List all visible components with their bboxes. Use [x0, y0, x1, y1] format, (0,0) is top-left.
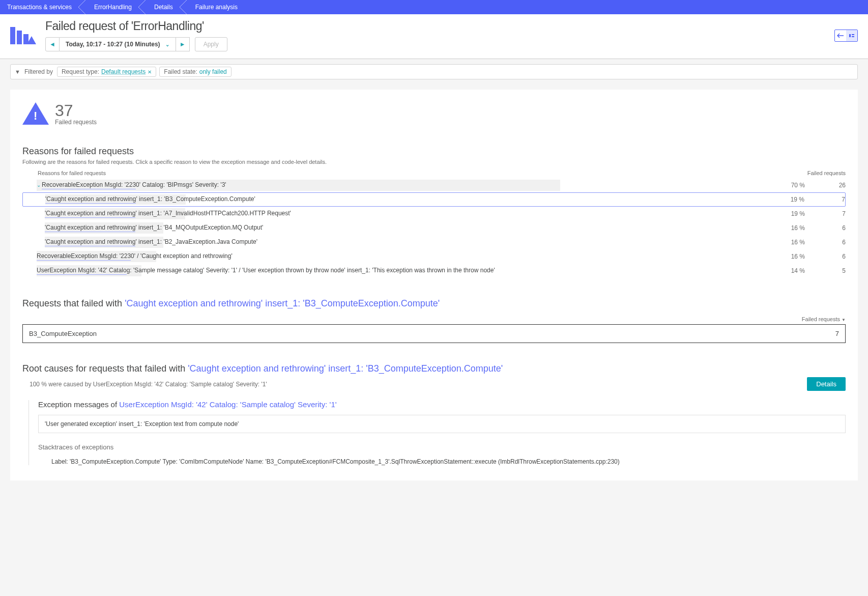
summary: 37 Failed requests [22, 102, 846, 126]
root-causes-em: 'Caught exception and rethrowing' insert… [188, 363, 503, 374]
close-icon[interactable]: ✕ [148, 69, 152, 75]
breadcrumb-item[interactable]: ErrorHandling [82, 0, 142, 14]
breadcrumb-item[interactable]: Transactions & services [0, 0, 82, 14]
reason-label: 'Caught exception and rethrowing' insert… [22, 238, 785, 246]
chip-label: Failed state: [164, 68, 197, 75]
root-causes-prefix: Root causes for requests that failed wit… [22, 363, 188, 374]
failed-with-col-header[interactable]: Failed requests ▼ [22, 316, 846, 322]
details-button[interactable]: Details [807, 377, 846, 391]
filter-label: Filtered by [24, 68, 53, 75]
reasons-heading: Reasons for failed requests [22, 146, 846, 157]
reason-count: 7 [820, 196, 845, 203]
exception-heading: Exception messages of UserException MsgI… [38, 400, 846, 409]
chevron-down-icon: ⌄ [37, 182, 41, 188]
reason-pct: 70 % [785, 182, 820, 189]
exception-message: 'User generated exception' insert_1: 'Ex… [38, 415, 846, 433]
failed-with-row[interactable]: B3_ComputeException 7 [22, 324, 846, 343]
failed-with-em: 'Caught exception and rethrowing' insert… [125, 298, 440, 308]
filter-chip[interactable]: Request type: Default requests✕ [57, 67, 156, 77]
exception-em: UserException MsgId: '42' Catalog: 'Samp… [119, 400, 336, 409]
reason-label: 'Caught exception and rethrowing' insert… [23, 195, 784, 204]
filter-bar: ▼ Filtered by Request type: Default requ… [10, 64, 858, 79]
reason-row[interactable]: 'Caught exception and rethrowing' insert… [22, 221, 846, 235]
root-causes-section: Root causes for requests that failed wit… [22, 363, 846, 465]
reason-label: ⌄RecoverableException MsgId: '2230' Cata… [22, 181, 785, 189]
reason-row[interactable]: 'Caught exception and rethrowing' insert… [22, 235, 846, 249]
failed-with-section: Requests that failed with 'Caught except… [22, 298, 846, 343]
timeframe-next-button[interactable]: ► [176, 37, 190, 51]
reasons-col-right: Failed requests [800, 170, 846, 176]
service-icon [10, 27, 36, 44]
chevron-down-icon: ⌄ [165, 42, 169, 47]
reasons-section: Reasons for failed requests Following ar… [22, 146, 846, 278]
reason-count: 7 [820, 210, 846, 217]
reason-pct: 19 % [784, 196, 820, 203]
failed-with-row-label: B3_ComputeException [29, 330, 97, 337]
reason-label: UserException MsgId: '42' Catalog: 'Samp… [22, 267, 785, 275]
page-title: Failed request of 'ErrorHandling' [45, 19, 227, 33]
reason-count: 6 [820, 253, 846, 260]
reason-row[interactable]: 'Caught exception and rethrowing' insert… [22, 192, 846, 207]
reason-label: 'Caught exception and rethrowing' insert… [22, 210, 785, 218]
reason-pct: 16 % [785, 253, 820, 260]
reason-count: 6 [820, 224, 846, 232]
sort-desc-icon: ▼ [842, 318, 846, 322]
breadcrumb-item[interactable]: Failure analysis [183, 0, 248, 14]
reason-pct: 19 % [785, 210, 820, 217]
failed-count-label: Failed requests [55, 119, 97, 126]
stacktrace-line: Label: 'B3_ComputeException.Compute' Typ… [38, 458, 846, 465]
filter-icon: ▼ [15, 69, 20, 75]
reasons-col-left: Reasons for failed requests [22, 170, 800, 176]
svg-rect-0 [849, 34, 851, 37]
reason-count: 6 [820, 239, 846, 246]
failed-with-row-count: 7 [835, 330, 839, 337]
chip-value: Default requests [101, 68, 146, 75]
breadcrumb: Transactions & servicesErrorHandlingDeta… [0, 0, 868, 14]
root-causes-line: 100 % were caused by UserException MsgId… [22, 381, 267, 388]
view-toggle-right[interactable] [846, 30, 857, 41]
page-header: Failed request of 'ErrorHandling' ◄ Toda… [0, 14, 868, 59]
root-causes-heading: Root causes for requests that failed wit… [22, 363, 846, 374]
reason-row[interactable]: 'Caught exception and rethrowing' insert… [22, 207, 846, 221]
reason-row[interactable]: ⌄RecoverableException MsgId: '2230' Cata… [22, 178, 846, 192]
filter-chip[interactable]: Failed state: only failed [159, 67, 231, 77]
view-toggle [834, 30, 858, 42]
reason-row[interactable]: RecoverableException MsgId: '2230' / 'Ca… [22, 249, 846, 264]
chip-label: Request type: [62, 68, 99, 75]
reason-count: 26 [820, 182, 846, 189]
reason-row[interactable]: UserException MsgId: '42' Catalog: 'Samp… [22, 264, 846, 278]
reason-label: 'Caught exception and rethrowing' insert… [22, 224, 785, 232]
timeframe-select[interactable]: Today, 10:17 - 10:27 (10 Minutes) ⌄ [60, 37, 176, 51]
reason-label: RecoverableException MsgId: '2230' / 'Ca… [22, 252, 785, 261]
timeframe-picker: ◄ Today, 10:17 - 10:27 (10 Minutes) ⌄ ► … [45, 37, 227, 51]
svg-rect-2 [852, 36, 854, 37]
exception-prefix: Exception messages of [38, 400, 119, 409]
warning-icon [22, 102, 49, 125]
svg-rect-1 [852, 34, 854, 35]
apply-button: Apply [195, 37, 227, 51]
failed-with-heading: Requests that failed with 'Caught except… [22, 298, 846, 309]
failed-count: 37 [55, 102, 97, 119]
timeframe-prev-button[interactable]: ◄ [45, 37, 60, 51]
timeframe-label: Today, 10:17 - 10:27 (10 Minutes) [66, 41, 160, 48]
exception-detail: Exception messages of UserException MsgI… [28, 400, 846, 465]
reasons-subheading: Following are the reasons for failed req… [22, 159, 846, 165]
reason-count: 5 [820, 267, 846, 274]
reason-pct: 16 % [785, 239, 820, 246]
reason-pct: 16 % [785, 224, 820, 232]
reason-pct: 14 % [785, 267, 820, 274]
chip-value: only failed [199, 68, 227, 75]
failed-with-prefix: Requests that failed with [22, 298, 125, 308]
breadcrumb-item[interactable]: Details [142, 0, 183, 14]
view-toggle-left[interactable] [835, 30, 846, 41]
stacktrace-heading: Stacktraces of exceptions [38, 443, 846, 451]
